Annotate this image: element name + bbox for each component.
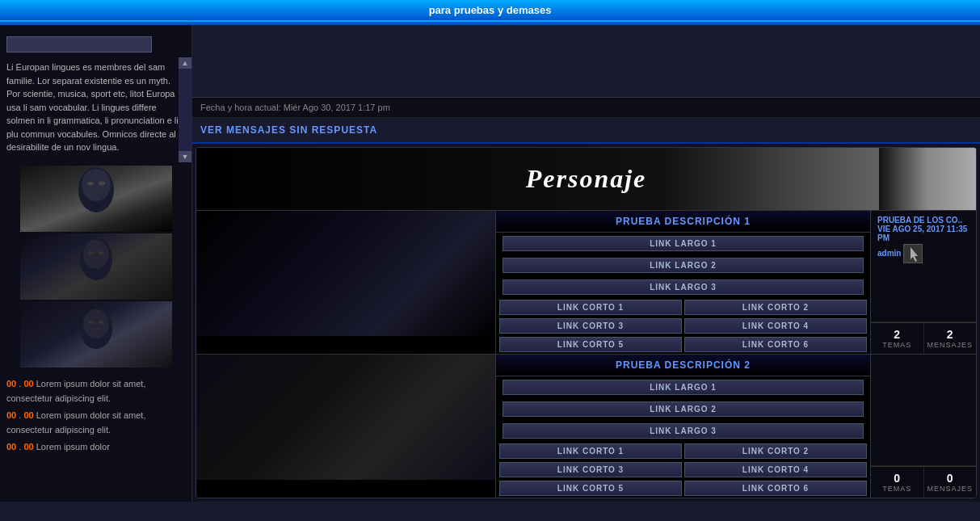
forum-image-1 [196, 211, 495, 354]
sidebar-portrait-3 [20, 301, 172, 368]
forum-stats-1: PRUEBA DE LOS CO.. VIE AGO 25, 2017 11:3… [871, 211, 976, 354]
mensajes-num-1: 2 [926, 328, 975, 341]
forum-link-short-row-2-1: LINK CORTO 1 LINK CORTO 2 [496, 442, 870, 460]
forum-image-bg-1 [196, 211, 495, 336]
stat-num-3b: 00 [23, 442, 33, 452]
stat-line-1: 00 . 00 Lorem ipsum dolor sit amet, cons… [6, 377, 185, 405]
temas-count-1: 2 TEMAS [871, 323, 924, 354]
link-corto-1-4[interactable]: LINK CORTO 4 [684, 318, 867, 334]
mensajes-count-1: 2 MENSAJES [924, 323, 977, 354]
mensajes-num-2: 0 [926, 472, 975, 485]
link-largo-2-1[interactable]: LINK LARGO 1 [503, 380, 864, 395]
svg-point-6 [88, 251, 94, 254]
svg-point-9 [83, 309, 109, 338]
stats-counts-2: 0 TEMAS 0 MENSAJES [871, 466, 976, 498]
top-bar-text: para pruebas y demases [429, 4, 552, 16]
stat-num-1a: 00 [6, 379, 16, 389]
forum-links-2: PRUEBA DESCRIPCIÓN 2 LINK LARGO 1 LINK L… [495, 355, 871, 498]
forum-link-large-1-3: LINK LARGO 3 [496, 276, 870, 298]
link-corto-2-4[interactable]: LINK CORTO 4 [684, 462, 867, 477]
sidebar: Li Europan lingues es membres del sam fa… [0, 25, 192, 502]
sidebar-scroll-down[interactable]: ▼ [179, 151, 191, 162]
mensajes-label: MENSAJES [926, 341, 975, 349]
forum-row-2: PRUEBA DESCRIPCIÓN 2 LINK LARGO 1 LINK L… [196, 354, 976, 498]
personaje-title: Personaje [212, 164, 960, 194]
link-corto-2-6[interactable]: LINK CORTO 6 [684, 481, 867, 496]
forum-description-2: PRUEBA DESCRIPCIÓN 2 [496, 355, 870, 376]
last-post-user-1[interactable]: admin [877, 249, 901, 258]
stat-num-2b: 00 [23, 410, 33, 420]
link-largo-1-2[interactable]: LINK LARGO 2 [503, 258, 864, 273]
forum-link-large-2-2: LINK LARGO 2 [496, 398, 870, 420]
forum-link-short-row-1-1: LINK CORTO 1 LINK CORTO 2 [496, 298, 870, 317]
sin-respuesta-link[interactable]: VER MENSAJES SIN RESPUESTA [200, 124, 377, 136]
forum-image-2 [196, 355, 495, 498]
stat-line-3: 00 . 00 Lorem ipsum dolor [6, 440, 185, 455]
svg-point-2 [87, 182, 94, 186]
svg-point-10 [88, 321, 94, 324]
forum-link-large-1-2: LINK LARGO 2 [496, 254, 870, 276]
svg-point-3 [99, 182, 105, 186]
last-post-info-1: PRUEBA DE LOS CO.. VIE AGO 25, 2017 11:3… [871, 211, 976, 322]
link-largo-2-3[interactable]: LINK LARGO 3 [503, 423, 864, 439]
svg-point-11 [98, 321, 103, 324]
svg-point-1 [82, 169, 111, 201]
forum-link-short-row-1-3: LINK CORTO 5 LINK CORTO 6 [496, 335, 870, 354]
sidebar-scroll-up[interactable]: ▲ [179, 57, 191, 69]
svg-point-7 [98, 251, 103, 254]
main-wrapper: Li Europan lingues es membres del sam fa… [0, 25, 980, 502]
link-corto-1-3[interactable]: LINK CORTO 3 [499, 318, 682, 334]
main-content: Fecha y hora actual: Miér Ago 30, 2017 1… [192, 25, 980, 502]
forum-link-short-row-2-3: LINK CORTO 5 LINK CORTO 6 [496, 479, 870, 498]
sidebar-text-block: Li Europan lingues es membres del sam fa… [0, 57, 191, 162]
forum-image-bg-2 [196, 355, 495, 480]
sidebar-portrait-1 [20, 166, 172, 232]
fecha-bar: Fecha y hora actual: Miér Ago 30, 2017 1… [192, 98, 980, 118]
sidebar-text: Li Europan lingues es membres del sam fa… [6, 62, 179, 152]
stat-num-2a: 00 [6, 410, 16, 420]
last-post-avatar-1 [903, 244, 923, 263]
link-corto-2-2[interactable]: LINK CORTO 2 [684, 443, 867, 459]
sidebar-images [0, 166, 191, 368]
sin-respuesta-bar: VER MENSAJES SIN RESPUESTA [192, 118, 980, 144]
forum-link-large-2-3: LINK LARGO 3 [496, 420, 870, 442]
stat-line-2: 00 . 00 Lorem ipsum dolor sit amet, cons… [6, 409, 185, 437]
last-post-info-2 [871, 355, 976, 466]
svg-point-5 [83, 240, 109, 269]
forum-description-1: PRUEBA DESCRIPCIÓN 1 [496, 211, 870, 233]
link-corto-1-6[interactable]: LINK CORTO 6 [684, 337, 867, 352]
sidebar-stats: 00 . 00 Lorem ipsum dolor sit amet, cons… [0, 374, 191, 458]
link-corto-1-2[interactable]: LINK CORTO 2 [684, 300, 867, 315]
forum-stats-2: 0 TEMAS 0 MENSAJES [871, 355, 976, 498]
last-post-title-1[interactable]: PRUEBA DE LOS CO.. VIE AGO 25, 2017 11:3… [877, 216, 969, 242]
link-corto-2-1[interactable]: LINK CORTO 1 [499, 443, 682, 459]
stat-num-3a: 00 [6, 442, 16, 452]
temas-num-1: 2 [873, 328, 922, 341]
temas-count-2: 0 TEMAS [871, 467, 924, 498]
link-corto-2-3[interactable]: LINK CORTO 3 [499, 462, 682, 477]
sidebar-portrait-2 [20, 233, 172, 300]
link-largo-2-2[interactable]: LINK LARGO 2 [503, 401, 864, 417]
link-corto-1-1[interactable]: LINK CORTO 1 [499, 300, 682, 315]
link-largo-1-3[interactable]: LINK LARGO 3 [503, 279, 864, 295]
personaje-header-accent [879, 148, 976, 210]
mensajes-count-2: 0 MENSAJES [924, 467, 977, 498]
forum-link-large-2-1: LINK LARGO 1 [496, 376, 870, 398]
personaje-header: Personaje [196, 148, 976, 210]
top-bar: para pruebas y demases [0, 0, 980, 20]
ad-banner [192, 25, 980, 98]
link-corto-2-5[interactable]: LINK CORTO 5 [499, 481, 682, 496]
stat-num-1b: 00 [23, 379, 33, 389]
mensajes-label-2: MENSAJES [926, 485, 975, 493]
forum-row-1: PRUEBA DESCRIPCIÓN 1 LINK LARGO 1 LINK L… [196, 210, 976, 354]
forum-links-1: PRUEBA DESCRIPCIÓN 1 LINK LARGO 1 LINK L… [495, 211, 871, 354]
sidebar-search-input[interactable] [6, 36, 152, 53]
personaje-section: Personaje PRUEBA DESCRIPCIÓN 1 LINK LARG… [196, 147, 977, 498]
sidebar-scrollbar[interactable]: ▲ ▼ [179, 57, 191, 162]
link-corto-1-5[interactable]: LINK CORTO 5 [499, 337, 682, 352]
stats-counts-1: 2 TEMAS 2 MENSAJES [871, 322, 976, 354]
forum-link-short-row-1-2: LINK CORTO 3 LINK CORTO 4 [496, 317, 870, 335]
temas-label-2: TEMAS [873, 485, 922, 493]
fecha-text: Fecha y hora actual: Miér Ago 30, 2017 1… [200, 103, 390, 112]
link-largo-1-1[interactable]: LINK LARGO 1 [503, 236, 864, 251]
